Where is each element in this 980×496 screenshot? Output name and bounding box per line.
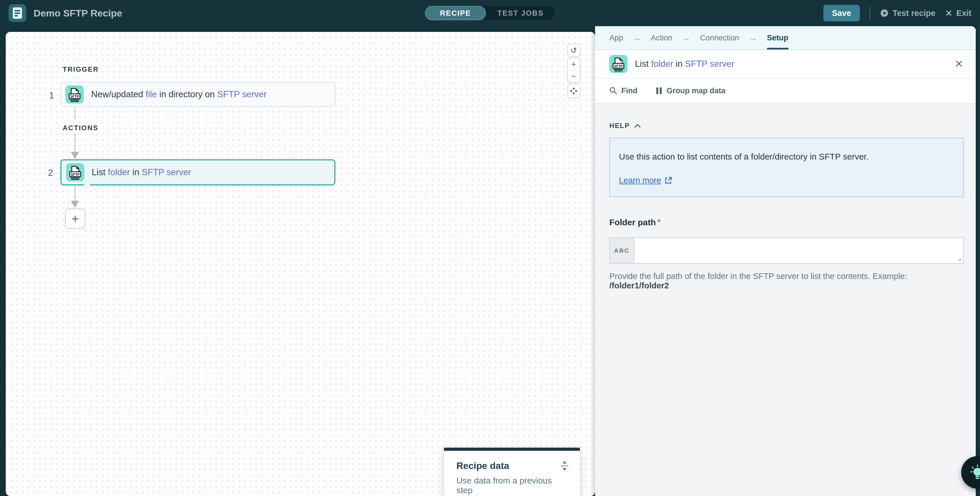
- connector-line: [75, 134, 75, 152]
- zoom-reset-button[interactable]: ↺: [567, 44, 580, 57]
- helper-text: Provide the full path of the folder in t…: [609, 272, 907, 281]
- trigger-step-text: New/updated file in directory on SFTP se…: [91, 89, 267, 100]
- exit-button[interactable]: ✕ Exit: [945, 8, 972, 18]
- required-asterisk: *: [657, 217, 660, 226]
- step-config-panel: App → Action → Connection → Setup SFTP L…: [595, 26, 976, 496]
- step-notch: [84, 184, 91, 187]
- trigger-section-label: TRIGGER: [62, 64, 102, 74]
- group-map-data-label: Group map data: [667, 86, 725, 95]
- arrow-right-icon: →: [682, 26, 690, 49]
- zoom-in-button[interactable]: +: [568, 59, 580, 70]
- folder-path-input[interactable]: [634, 238, 963, 263]
- action-step-text: List folder in SFTP server: [92, 167, 191, 177]
- test-recipe-button[interactable]: Test recipe: [880, 8, 935, 18]
- minus-icon: −: [571, 71, 576, 81]
- breadcrumb-connection[interactable]: Connection: [700, 26, 739, 49]
- find-label: Find: [621, 86, 638, 95]
- step-number: 1: [44, 90, 54, 101]
- group-map-data-button[interactable]: Group map data: [656, 86, 725, 95]
- help-section-toggle[interactable]: HELP: [609, 122, 964, 130]
- svg-text:SFTP: SFTP: [70, 95, 79, 99]
- step-text-link[interactable]: SFTP server: [142, 167, 191, 177]
- title-part: List: [635, 59, 651, 69]
- fit-to-screen-button[interactable]: [567, 84, 580, 98]
- tab-test-jobs[interactable]: TEST JOBS: [486, 6, 555, 20]
- plus-icon: +: [571, 59, 576, 69]
- play-circle-icon: [880, 9, 889, 17]
- recipe-data-panel[interactable]: Recipe data Use data from a previous ste…: [444, 448, 580, 496]
- step-text-part: in directory on: [157, 89, 217, 99]
- svg-text:SFTP: SFTP: [71, 173, 80, 177]
- recipe-data-top-bar: [444, 448, 580, 451]
- recipe-logo-icon: [8, 4, 26, 22]
- document-icon: [13, 7, 22, 19]
- help-text: Use this action to list contents of a fo…: [619, 151, 954, 162]
- text-type-badge: ABC: [610, 238, 634, 263]
- breadcrumb-app[interactable]: App: [609, 26, 623, 49]
- action-step-card-selected[interactable]: SFTP List folder in SFTP server: [60, 159, 336, 185]
- folder-path-label-text: Folder path: [609, 217, 656, 227]
- folder-path-label: Folder path*: [609, 217, 964, 227]
- page-title: Demo SFTP Recipe: [33, 8, 122, 19]
- exit-label: Exit: [956, 8, 972, 18]
- learn-more-link[interactable]: Learn more: [619, 176, 661, 185]
- panel-step-title: List folder in SFTP server: [635, 59, 734, 69]
- recipe-tabbar: RECIPE TEST JOBS: [425, 6, 555, 20]
- step-text-link[interactable]: folder: [108, 167, 130, 177]
- sftp-app-icon: SFTP: [66, 163, 84, 181]
- step-notch: [83, 106, 90, 108]
- close-icon: ✕: [945, 8, 952, 18]
- title-link[interactable]: folder: [651, 59, 673, 69]
- step-text-part: in: [130, 167, 142, 177]
- step-text-part: New/updated: [91, 89, 145, 99]
- add-step-button[interactable]: +: [65, 208, 86, 229]
- connector-line: [75, 186, 75, 201]
- arrow-right-icon: →: [633, 26, 641, 49]
- test-recipe-label: Test recipe: [892, 8, 935, 18]
- setup-breadcrumb: App → Action → Connection → Setup: [595, 26, 976, 50]
- breadcrumb-setup[interactable]: Setup: [767, 26, 788, 49]
- header-actions: Save Test recipe ✕ Exit: [823, 5, 972, 21]
- plus-icon: +: [72, 212, 79, 226]
- panel-body: HELP Use this action to list contents of…: [595, 103, 976, 290]
- step-text-link[interactable]: file: [145, 89, 157, 99]
- title-link[interactable]: SFTP server: [685, 59, 734, 69]
- panel-toolbar: Find Group map data: [595, 79, 976, 103]
- trigger-step-card[interactable]: SFTP New/updated file in directory on SF…: [60, 82, 336, 107]
- find-button[interactable]: Find: [609, 86, 638, 95]
- step-text-part: List: [92, 167, 108, 177]
- zoom-out-button[interactable]: −: [568, 71, 580, 82]
- resize-grip-icon[interactable]: [956, 256, 961, 261]
- step-number: 2: [43, 168, 53, 178]
- connector-arrowhead: [71, 152, 79, 159]
- header-divider: [870, 6, 870, 20]
- recipe-data-subtitle: Use data from a previous step: [457, 476, 569, 495]
- title-part: in: [673, 59, 685, 69]
- help-section-label: HELP: [609, 122, 630, 130]
- zoom-group: + −: [567, 58, 580, 82]
- sftp-app-icon: SFTP: [609, 55, 627, 73]
- breadcrumb-action[interactable]: Action: [651, 26, 672, 49]
- external-link-icon: [665, 177, 672, 184]
- help-box: Use this action to list contents of a fo…: [609, 138, 964, 197]
- top-header: Demo SFTP Recipe RECIPE TEST JOBS Save T…: [0, 0, 980, 26]
- panel-title-row: SFTP List folder in SFTP server ✕: [595, 50, 976, 79]
- folder-path-helper: Provide the full path of the folder in t…: [609, 272, 964, 290]
- lightbulb-icon: [970, 464, 980, 481]
- connector-arrowhead: [71, 201, 79, 208]
- save-button[interactable]: Save: [823, 5, 860, 21]
- tab-recipe[interactable]: RECIPE: [425, 6, 486, 20]
- reset-zoom-icon: ↺: [570, 46, 577, 55]
- helper-example: /folder1/folder2: [609, 281, 669, 290]
- chevron-up-icon: [634, 124, 641, 128]
- svg-text:SFTP: SFTP: [614, 64, 623, 68]
- recipe-canvas[interactable]: TRIGGER 1 SFTP New/updated file in direc…: [6, 32, 595, 496]
- folder-path-field: ABC: [609, 238, 964, 264]
- drag-handle-icon[interactable]: [560, 461, 569, 471]
- connector-line: [75, 108, 75, 119]
- arrow-right-icon: →: [749, 26, 757, 49]
- step-text-link[interactable]: SFTP server: [217, 89, 267, 99]
- recipe-data-title: Recipe data: [457, 460, 509, 471]
- fit-screen-icon: [570, 87, 578, 95]
- close-panel-button[interactable]: ✕: [955, 59, 963, 69]
